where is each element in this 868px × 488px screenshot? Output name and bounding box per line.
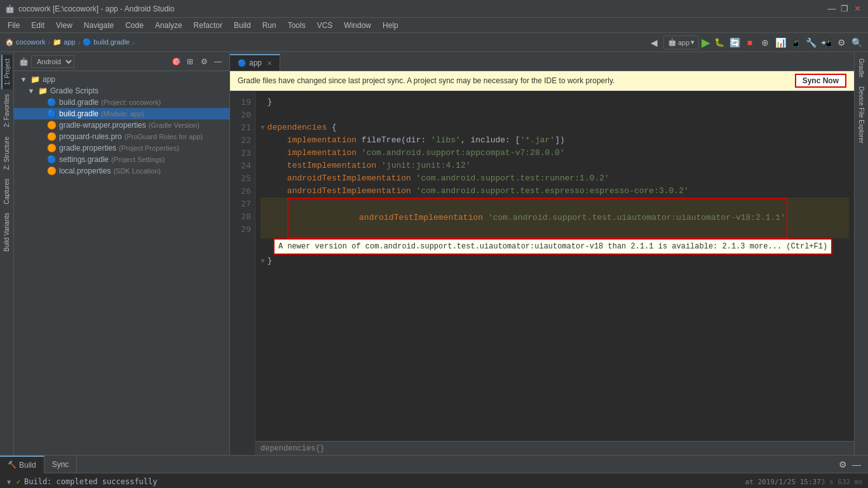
menu-item-analyze[interactable]: Analyze	[150, 18, 187, 32]
tree-item-local-properties[interactable]: 🟠 local.properties (SDK Location)	[14, 165, 229, 177]
main-layout: 1: Project 2: Favorites Z: Structure Cap…	[0, 52, 868, 455]
tree-item-app[interactable]: ▼ 📁 app	[14, 74, 229, 85]
menu-item-file[interactable]: File	[3, 18, 25, 32]
settings-sidebar-icon[interactable]: ⚙	[198, 55, 210, 68]
editor-tabs: 🔵 app ✕	[230, 52, 854, 71]
props-icon: 🟠	[47, 166, 57, 175]
sync-icon[interactable]: 🔄	[728, 36, 741, 49]
menu-item-tools[interactable]: Tools	[283, 18, 311, 32]
tree-item-gradle-properties[interactable]: 🟠 gradle.properties (Project Properties)	[14, 142, 229, 154]
code-content[interactable]: } ▼ dependencies { implementation	[255, 91, 854, 455]
menu-item-view[interactable]: View	[51, 18, 78, 32]
tree-item-proguard[interactable]: 🟠 proguard-rules.pro (ProGuard Rules for…	[14, 131, 229, 142]
menu-item-build[interactable]: Build	[229, 18, 256, 32]
window-controls[interactable]: — ❐ ✕	[826, 3, 863, 15]
sidebar: 🤖 Android 🎯 ⊞ ⚙ — ▼ 📁 app ▼ 📁 Gradle Scr…	[14, 52, 230, 455]
menu-item-help[interactable]: Help	[377, 18, 403, 32]
sync-message: Gradle files have changed since last pro…	[238, 76, 614, 85]
tree-item-gradle-wrapper[interactable]: 🟠 gradle-wrapper.properties (Gradle Vers…	[14, 119, 229, 131]
stop-icon[interactable]: ■	[743, 36, 756, 49]
sidebar-item-device-file-explorer[interactable]: Device File Explorer	[857, 83, 866, 147]
expand-build-icon[interactable]: ▼	[5, 478, 13, 485]
bottom-tabs-bar: 🔨 Build Sync ⚙ —	[0, 456, 868, 473]
gradle-icon: 🔵	[47, 98, 57, 107]
breadcrumb-app[interactable]: 📁 app	[53, 38, 75, 46]
code-tooltip: A newer version of com.android.support.t…	[261, 238, 849, 255]
coverage-icon[interactable]: ⊕	[759, 36, 771, 49]
run-config-icon: 🤖	[668, 38, 677, 46]
success-icon: ✓	[14, 477, 23, 486]
tree-item-build-gradle-module[interactable]: 🔵 build.gradle (Module: app)	[14, 108, 229, 119]
tree-item-build-gradle-project[interactable]: 🔵 build.gradle (Project: cocowork)	[14, 97, 229, 108]
build-row-complete: ▼ ✓ Build: completed successfully at 201…	[5, 476, 863, 487]
avd-manager-icon[interactable]: 📲	[820, 36, 832, 49]
editor-breadcrumb-bottom: dependencies{}	[255, 441, 854, 455]
run-config-label: app	[678, 39, 689, 46]
code-line-26: androidTestImplementation 'com.android.s…	[261, 185, 849, 198]
debug-icon[interactable]: 🐛	[713, 36, 726, 49]
title-left: 🤖 cocowork [E:\cocowork] - app - Android…	[5, 4, 174, 13]
code-line-23: implementation 'com.android.support:appc…	[261, 147, 849, 159]
locate-file-icon[interactable]: 🎯	[170, 55, 182, 68]
build-duration: 3 s 632 ms	[821, 478, 863, 486]
folder-icon: 📁	[38, 86, 48, 95]
project-view-dropdown[interactable]: Android	[31, 55, 74, 68]
expand-icon: ▼	[27, 87, 36, 95]
menu-item-edit[interactable]: Edit	[26, 18, 50, 32]
code-line-19: }	[261, 96, 849, 109]
sdk-manager-icon[interactable]: 🔧	[804, 36, 817, 49]
android-profiler-icon[interactable]: 📱	[789, 36, 802, 49]
sidebar-item-project[interactable]: 1: Project	[1, 55, 12, 89]
minimize-button[interactable]: —	[826, 3, 837, 15]
collapse-all-icon[interactable]: ⊞	[184, 55, 196, 68]
build-settings-icon[interactable]: ⚙	[836, 458, 849, 471]
menu-item-code[interactable]: Code	[120, 18, 149, 32]
build-minimize-icon[interactable]: —	[850, 458, 863, 471]
sync-banner: Gradle files have changed since last pro…	[230, 71, 854, 91]
search-icon[interactable]: 🔍	[850, 36, 863, 49]
sidebar-item-build-variants[interactable]: Build Variants	[2, 209, 11, 255]
app-run-config[interactable]: 🤖 app ▾	[663, 36, 699, 50]
maximize-button[interactable]: ❐	[839, 3, 850, 15]
props-icon: 🟠	[47, 144, 57, 152]
breadcrumb-cocowork[interactable]: 🏠 cocowork	[5, 38, 46, 46]
settings-icon[interactable]: ⚙	[835, 36, 848, 49]
close-sidebar-icon[interactable]: —	[212, 55, 224, 68]
menu-item-run[interactable]: Run	[257, 18, 281, 32]
menu-item-window[interactable]: Window	[339, 18, 376, 32]
tab-close-icon[interactable]: ✕	[267, 60, 272, 67]
build-output: ▼ ✓ Build: completed successfully at 201…	[0, 473, 868, 488]
back-icon[interactable]: ◀	[648, 36, 661, 49]
tab-sync[interactable]: Sync	[44, 456, 78, 473]
sync-now-button[interactable]: Sync Now	[795, 74, 846, 88]
dropdown-arrow-icon: ▾	[691, 38, 695, 46]
menu-item-refactor[interactable]: Refactor	[189, 18, 227, 32]
breadcrumb-bar: 🏠 cocowork › 📁 app › 🔵 build.gradle › ◀ …	[0, 33, 868, 52]
window-title: cocowork [E:\cocowork] - app - Android S…	[18, 4, 174, 13]
sidebar-tools: 🎯 ⊞ ⚙ —	[170, 55, 224, 68]
close-button[interactable]: ✕	[851, 3, 863, 15]
sidebar-item-favorites[interactable]: 2: Favorites	[2, 90, 11, 131]
breadcrumb-buildgradle[interactable]: 🔵 build.gradle	[83, 38, 130, 46]
tab-app[interactable]: 🔵 app ✕	[230, 54, 280, 71]
sidebar-item-gradle[interactable]: Gradle	[857, 55, 866, 81]
profile-icon[interactable]: 📊	[774, 36, 787, 49]
menu-item-vcs[interactable]: VCS	[312, 18, 338, 32]
build-tab-label: Build	[19, 461, 36, 470]
tree-item-settings-gradle[interactable]: 🔵 settings.gradle (Project Settings)	[14, 154, 229, 165]
left-side-tabs: 1: Project 2: Favorites Z: Structure Cap…	[0, 52, 14, 455]
menu-item-navigate[interactable]: Navigate	[79, 18, 119, 32]
gradle-icon: 🔵	[47, 155, 57, 164]
right-panel: 🔵 app ✕ Gradle files have changed since …	[230, 52, 854, 455]
right-side-tabs: Gradle Device File Explorer	[854, 52, 868, 455]
sidebar-item-captures[interactable]: Captures	[2, 175, 11, 208]
tab-gradle-icon: 🔵	[238, 59, 247, 67]
code-line-28: ▼ }	[261, 255, 849, 268]
line-numbers: 19 20 21 22 23 24 25 26 27 28 29	[230, 91, 255, 455]
run-button[interactable]: ▶	[702, 36, 710, 50]
tree-item-gradle-scripts[interactable]: ▼ 📁 Gradle Scripts	[14, 85, 229, 97]
tab-build[interactable]: 🔨 Build	[0, 456, 44, 473]
code-line-25: androidTestImplementation 'com.android.s…	[261, 172, 849, 185]
sidebar-item-structure[interactable]: Z: Structure	[2, 133, 11, 173]
editor-breadcrumb-label: dependencies{}	[261, 442, 325, 455]
